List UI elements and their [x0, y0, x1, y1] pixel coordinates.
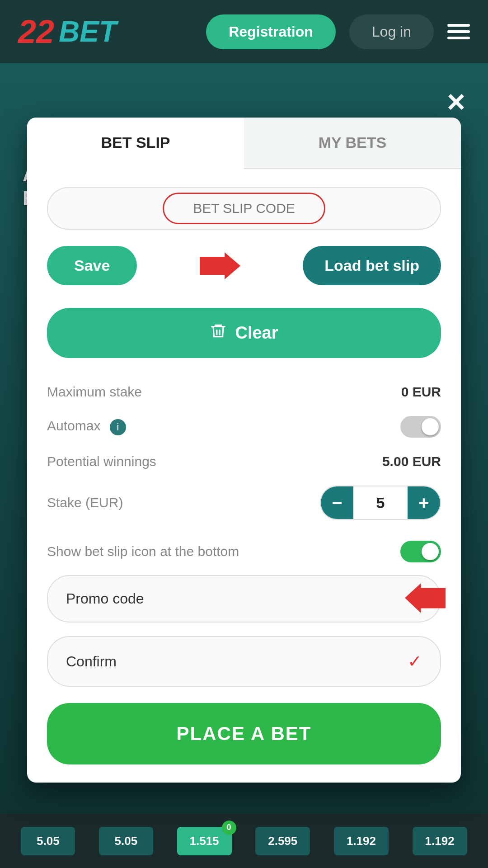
maximum-stake-label: Maximum stake — [47, 384, 142, 400]
odds-cell-1[interactable]: 5.05 — [99, 827, 153, 855]
show-icon-label: Show bet slip icon at the bottom — [47, 544, 239, 559]
maximum-stake-row: Maximum stake 0 EUR — [47, 376, 441, 408]
promo-arrow-icon — [405, 583, 446, 614]
logo-bet: BET — [59, 17, 117, 46]
tab-bet-slip[interactable]: BET SLIP — [27, 118, 244, 169]
odds-cell-5[interactable]: 1.192 — [413, 827, 467, 855]
bottom-odds-row: 5.05 5.05 1.515 0 2.595 1.192 1.192 — [0, 814, 488, 868]
hamburger-line1 — [447, 24, 470, 27]
confirm-row: Confirm ✓ — [47, 636, 441, 687]
automax-info-icon[interactable]: i — [110, 419, 126, 435]
save-load-row: Save Load bet slip — [47, 246, 441, 285]
save-button[interactable]: Save — [47, 246, 137, 285]
potential-winnings-row: Potential winnings 5.00 EUR — [47, 446, 441, 477]
stake-plus-button[interactable]: + — [408, 486, 440, 519]
trash-icon — [210, 322, 227, 344]
promo-code-row — [47, 575, 441, 623]
stake-row: Stake (EUR) − + — [47, 477, 441, 528]
tab-my-bets[interactable]: MY BETS — [244, 118, 461, 168]
hamburger-line3 — [447, 37, 470, 39]
registration-button[interactable]: Registration — [206, 14, 336, 49]
bet-slip-code-input[interactable] — [47, 187, 441, 230]
place-bet-button[interactable]: PLACE A BET — [47, 703, 441, 764]
svg-marker-1 — [405, 583, 446, 613]
automax-label: Automax i — [47, 418, 126, 435]
logo: 22 BET — [18, 15, 117, 48]
stake-label: Stake (EUR) — [47, 495, 123, 510]
stake-control: − + — [320, 486, 441, 520]
load-bet-slip-button[interactable]: Load bet slip — [303, 246, 441, 285]
modal-body: Save Load bet slip Clear Maximum stake 0… — [27, 169, 461, 783]
odds-cell-0[interactable]: 5.05 — [21, 827, 75, 855]
odds-badge: 0 — [222, 821, 236, 835]
potential-winnings-value: 5.00 EUR — [382, 454, 441, 469]
header: 22 BET Registration Log in — [0, 0, 488, 63]
automax-row: Automax i — [47, 408, 441, 446]
confirm-label: Confirm — [66, 653, 117, 670]
show-icon-toggle[interactable] — [400, 541, 441, 562]
odds-cell-3[interactable]: 2.595 — [255, 827, 310, 855]
bet-slip-code-row — [47, 187, 441, 230]
logo-22: 22 — [18, 15, 54, 48]
clear-button[interactable]: Clear — [47, 308, 441, 358]
maximum-stake-value: 0 EUR — [401, 384, 441, 400]
hamburger-menu[interactable] — [447, 24, 470, 39]
arrow-right-icon — [146, 252, 294, 279]
bet-slip-modal: BET SLIP MY BETS Save Load bet slip — [27, 118, 461, 783]
potential-winnings-label: Potential winnings — [47, 454, 156, 469]
chevron-down-icon: ✓ — [408, 651, 422, 671]
show-icon-knob — [422, 543, 439, 560]
close-icon[interactable]: × — [447, 86, 465, 118]
stake-input[interactable] — [353, 494, 408, 512]
toggle-knob — [422, 418, 439, 435]
stake-minus-button[interactable]: − — [321, 486, 353, 519]
hamburger-line2 — [447, 30, 470, 33]
odds-cell-2[interactable]: 1.515 0 — [177, 827, 232, 855]
promo-code-input[interactable] — [47, 575, 441, 623]
clear-label: Clear — [235, 323, 278, 343]
odds-cell-4[interactable]: 1.192 — [334, 827, 389, 855]
show-icon-row: Show bet slip icon at the bottom — [47, 533, 441, 571]
modal-tabs: BET SLIP MY BETS — [27, 118, 461, 169]
automax-toggle[interactable] — [400, 416, 441, 438]
svg-marker-0 — [200, 252, 240, 279]
confirm-select[interactable]: Confirm ✓ — [47, 636, 441, 687]
login-button[interactable]: Log in — [349, 14, 434, 49]
